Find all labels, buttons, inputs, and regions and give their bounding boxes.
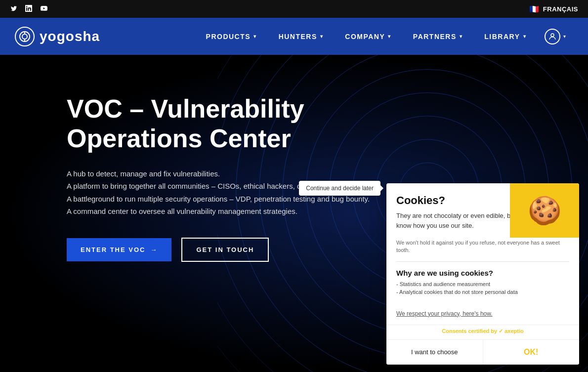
nav-products[interactable]: PRODUCTS ▾ (195, 18, 268, 55)
cookie-why-item-1: - Statistics and audience measurement (396, 281, 569, 287)
logo[interactable]: yogosha (15, 27, 100, 46)
chevron-down-icon: ▾ (523, 34, 527, 39)
cookie-header: Cookies? They are not chocolaty or even … (386, 183, 579, 235)
hero-buttons: ENTER THE VOC → GET IN TOUCH (67, 238, 442, 262)
hero-content: VOC – Vulnerability Operations Center A … (67, 94, 442, 262)
chevron-down-icon: ▾ (253, 34, 257, 39)
hero-bullet-4: A command center to oversee all vulnerab… (67, 205, 442, 218)
cookie-why-section: Why are we using cookies? - Statistics a… (386, 262, 579, 304)
cookie-certified: Consents certified by ✓ axeptio (386, 325, 579, 340)
cookie-why-title: Why are we using cookies? (396, 269, 569, 277)
hero-bullet-3: A battleground to run multiple security … (67, 193, 442, 206)
top-bar: 🇫🇷 FRANÇAIS (0, 0, 588, 18)
hero-section: .arc-line { fill: none; stroke: #1a3fa3;… (0, 55, 588, 372)
hero-bullet-1: A hub to detect, manage and fix vulnerab… (67, 167, 442, 180)
ok-button[interactable]: OK! (483, 340, 580, 365)
nav-company[interactable]: COMPANY ▾ (334, 18, 402, 55)
hero-title: VOC – Vulnerability Operations Center (67, 94, 442, 154)
privacy-link[interactable]: We respect your privacy, here's how. (396, 310, 493, 317)
linkedin-link[interactable] (25, 5, 33, 13)
cookie-actions: I want to choose OK! (386, 340, 579, 365)
logo-text: yogosha (40, 29, 100, 44)
social-links (10, 5, 48, 13)
navbar: yogosha PRODUCTS ▾ HUNTERS ▾ COMPANY ▾ P… (0, 18, 588, 55)
i-want-to-choose-button[interactable]: I want to choose (386, 340, 483, 365)
chevron-down-icon: ▾ (388, 34, 391, 39)
arrow-right-icon: → (150, 246, 158, 253)
continue-bubble[interactable]: Continue and decide later (299, 181, 380, 196)
france-flag-icon: 🇫🇷 (529, 4, 539, 14)
cookie-why-item-2: - Analytical cookies that do not store p… (396, 289, 569, 295)
language-selector[interactable]: 🇫🇷 FRANÇAIS (529, 4, 578, 14)
hero-bullets: A hub to detect, manage and fix vulnerab… (67, 167, 442, 218)
user-menu[interactable]: ▾ (537, 29, 573, 44)
nav-hunters[interactable]: HUNTERS ▾ (268, 18, 335, 55)
language-label: FRANÇAIS (543, 5, 578, 13)
enter-voc-button[interactable]: ENTER THE VOC → (67, 238, 171, 261)
user-icon (545, 29, 560, 44)
cookie-privacy: We respect your privacy, here's how. (386, 304, 579, 325)
chevron-down-icon: ▾ (563, 34, 566, 39)
logo-icon (15, 27, 35, 46)
twitter-link[interactable] (10, 5, 18, 13)
hero-bullet-2: A platform to bring together all communi… (67, 180, 442, 193)
svg-point-1 (22, 34, 27, 39)
cookie-banner: Cookies? They are not chocolaty or even … (386, 183, 579, 365)
chevron-down-icon: ▾ (320, 34, 324, 39)
get-in-touch-button[interactable]: GET IN TOUCH (181, 238, 269, 262)
youtube-link[interactable] (40, 5, 48, 13)
nav-library[interactable]: LIBRARY ▾ (473, 18, 537, 55)
svg-point-4 (551, 34, 554, 37)
nav-partners[interactable]: PARTNERS ▾ (402, 18, 473, 55)
cookie-illustration: 🍪 (510, 183, 579, 238)
axeptio-brand: ✓ axeptio (499, 328, 524, 334)
cookie-note: We won't hold it against you if you refu… (386, 235, 579, 261)
chevron-down-icon: ▾ (460, 34, 463, 39)
nav-items: PRODUCTS ▾ HUNTERS ▾ COMPANY ▾ PARTNERS … (195, 18, 537, 55)
